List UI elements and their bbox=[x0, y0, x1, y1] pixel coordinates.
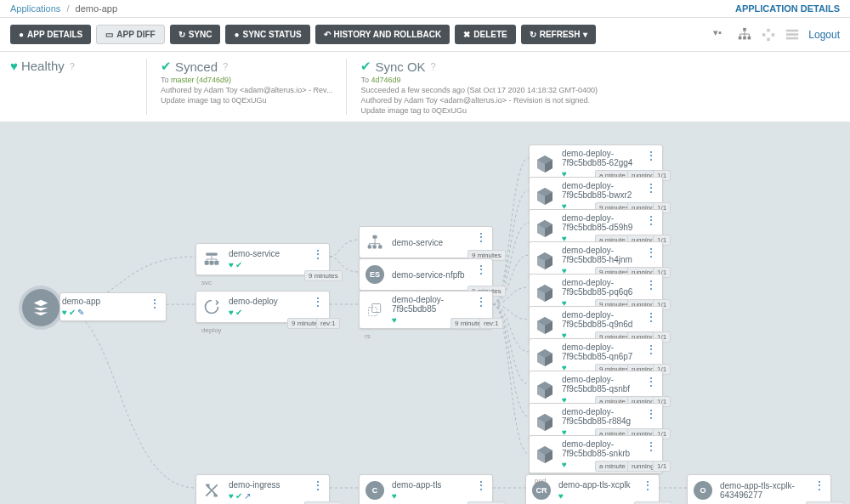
node-menu-icon[interactable]: ⋮ bbox=[637, 479, 659, 492]
pod-icon bbox=[533, 411, 557, 434]
refresh-button[interactable]: ↻REFRESH▾ bbox=[521, 25, 597, 44]
ingress-icon bbox=[200, 479, 224, 502]
node-menu-icon[interactable]: ⋮ bbox=[640, 407, 662, 421]
network-view-icon[interactable] bbox=[761, 27, 776, 42]
node-menu-icon[interactable]: ⋮ bbox=[640, 375, 662, 388]
pod-icon bbox=[533, 346, 557, 370]
node-menu-icon[interactable]: ⋮ bbox=[640, 246, 662, 259]
svg-rect-5 bbox=[767, 28, 770, 31]
node-menu-icon[interactable]: ⋮ bbox=[470, 263, 492, 276]
application-details-link[interactable]: APPLICATION DETAILS bbox=[735, 3, 840, 14]
heart-icon: ♥ bbox=[229, 491, 234, 501]
check-icon: ✔ bbox=[69, 308, 76, 317]
sync-button[interactable]: ↻SYNC bbox=[170, 25, 221, 44]
node-menu-icon[interactable]: ⋮ bbox=[640, 181, 662, 195]
history-icon: ↶ bbox=[324, 30, 331, 39]
svg-rect-8 bbox=[786, 29, 798, 31]
sync-status-block: ✔Synced? To master (4d746d9) Authored by… bbox=[146, 59, 346, 115]
heart-icon: ♥ bbox=[392, 315, 397, 325]
node-menu-icon[interactable]: ⋮ bbox=[640, 439, 662, 453]
breadcrumb-separator: / bbox=[66, 3, 69, 14]
link-icon: ↗ bbox=[244, 491, 251, 501]
node-menu-icon[interactable]: ⋮ bbox=[470, 479, 492, 492]
top-bar: Applications / demo-app APPLICATION DETA… bbox=[0, 0, 850, 18]
chevron-down-icon: ▾ bbox=[583, 30, 587, 39]
revision-link[interactable]: 4d746d9 bbox=[371, 76, 400, 84]
check-icon: ✔ bbox=[235, 260, 242, 269]
pod-icon bbox=[533, 249, 557, 273]
node-menu-icon[interactable]: ⋮ bbox=[640, 310, 662, 324]
breadcrumb: Applications / demo-app bbox=[10, 3, 117, 14]
svg-rect-16 bbox=[368, 245, 371, 248]
toolbar: ●APP DETAILS ▭APP DIFF ↻SYNC ●SYNC STATU… bbox=[0, 18, 850, 52]
pod-icon bbox=[533, 281, 557, 305]
pod-icon bbox=[533, 152, 557, 176]
ready-tag: 1/1 bbox=[653, 461, 671, 472]
node-menu-icon[interactable]: ⋮ bbox=[640, 278, 662, 292]
node-certificate[interactable]: C demo-app-tls♥ ⋮ certificate bbox=[359, 474, 493, 504]
node-menu-icon[interactable]: ⋮ bbox=[640, 149, 662, 162]
node-menu-icon[interactable]: ⋮ bbox=[307, 247, 329, 261]
app-diff-button[interactable]: ▭APP DIFF bbox=[96, 25, 164, 44]
health-status-block: ♥Healthy? bbox=[10, 59, 146, 115]
endpointslice-icon: ES bbox=[363, 263, 387, 286]
node-ingress[interactable]: demo-ingress♥✔↗ ⋮ ing bbox=[196, 474, 330, 504]
delete-button[interactable]: ✖DELETE bbox=[455, 25, 515, 44]
logout-link[interactable]: Logout bbox=[808, 29, 840, 41]
breadcrumb-root[interactable]: Applications bbox=[10, 3, 60, 14]
svg-rect-2 bbox=[743, 36, 746, 39]
status-icon: ● bbox=[234, 30, 239, 39]
svg-rect-18 bbox=[378, 245, 382, 248]
node-menu-icon[interactable]: ⋮ bbox=[640, 213, 662, 227]
replicaset-icon bbox=[363, 298, 387, 322]
node-menu-icon[interactable]: ⋮ bbox=[470, 230, 492, 244]
node-menu-icon[interactable]: ⋮ bbox=[307, 479, 329, 492]
check-circle-icon: ✔ bbox=[360, 59, 371, 74]
svg-rect-17 bbox=[373, 245, 377, 248]
resource-tree-canvas[interactable]: demo-app ♥✔✎ ⋮ demo-service♥✔ ⋮ svc 9 mi… bbox=[0, 122, 850, 504]
history-rollback-button[interactable]: ↶HISTORY AND ROLLBACK bbox=[315, 25, 450, 44]
svg-rect-14 bbox=[214, 261, 218, 265]
toolbar-right: ▾▪ Logout bbox=[713, 27, 840, 42]
help-icon[interactable]: ? bbox=[223, 61, 228, 71]
svg-rect-6 bbox=[772, 33, 775, 37]
svg-rect-0 bbox=[743, 27, 746, 31]
revision-link[interactable]: master (4d746d9) bbox=[171, 76, 231, 84]
svg-rect-7 bbox=[767, 37, 770, 41]
help-icon[interactable]: ? bbox=[70, 61, 75, 71]
heart-icon: ♥ bbox=[229, 308, 234, 317]
app-details-button[interactable]: ●APP DETAILS bbox=[10, 25, 91, 44]
svg-rect-13 bbox=[210, 261, 214, 265]
app-root-icon[interactable] bbox=[22, 289, 60, 326]
heart-icon: ♥ bbox=[558, 491, 564, 501]
status-bar: ♥Healthy? ✔Synced? To master (4d746d9) A… bbox=[0, 52, 850, 122]
node-menu-icon[interactable]: ⋮ bbox=[307, 295, 329, 309]
rev-tag: rev:1 bbox=[479, 318, 503, 329]
check-icon: ✔ bbox=[235, 308, 242, 317]
node-menu-icon[interactable]: ⋮ bbox=[808, 479, 830, 492]
svg-rect-10 bbox=[786, 37, 798, 39]
node-app-root[interactable]: demo-app ♥✔✎ ⋮ bbox=[60, 292, 167, 321]
order-icon: O bbox=[691, 479, 715, 502]
filter-icon[interactable]: ▾▪ bbox=[713, 27, 728, 42]
delete-icon: ✖ bbox=[463, 30, 470, 39]
svg-rect-11 bbox=[206, 253, 217, 256]
sync-icon: ↻ bbox=[178, 30, 185, 39]
refresh-icon: ↻ bbox=[530, 30, 536, 39]
tree-view-icon[interactable] bbox=[737, 27, 752, 42]
node-order[interactable]: O demo-app-tls-xcplk-643496277 ⋮ order bbox=[687, 474, 831, 504]
heart-icon: ♥ bbox=[10, 59, 18, 73]
list-view-icon[interactable] bbox=[785, 27, 800, 42]
node-menu-icon[interactable]: ⋮ bbox=[144, 297, 166, 310]
diff-icon: ▭ bbox=[105, 30, 113, 39]
svg-rect-20 bbox=[372, 303, 381, 312]
help-icon[interactable]: ? bbox=[431, 61, 436, 71]
svg-rect-1 bbox=[739, 36, 742, 39]
heart-icon: ♥ bbox=[562, 460, 567, 469]
sync-status-button[interactable]: ●SYNC STATUS bbox=[225, 25, 309, 44]
node-menu-icon[interactable]: ⋮ bbox=[640, 343, 662, 356]
info-icon: ● bbox=[19, 30, 24, 39]
pod-icon bbox=[533, 378, 557, 402]
node-menu-icon[interactable]: ⋮ bbox=[470, 295, 492, 309]
pod-icon bbox=[533, 217, 557, 241]
